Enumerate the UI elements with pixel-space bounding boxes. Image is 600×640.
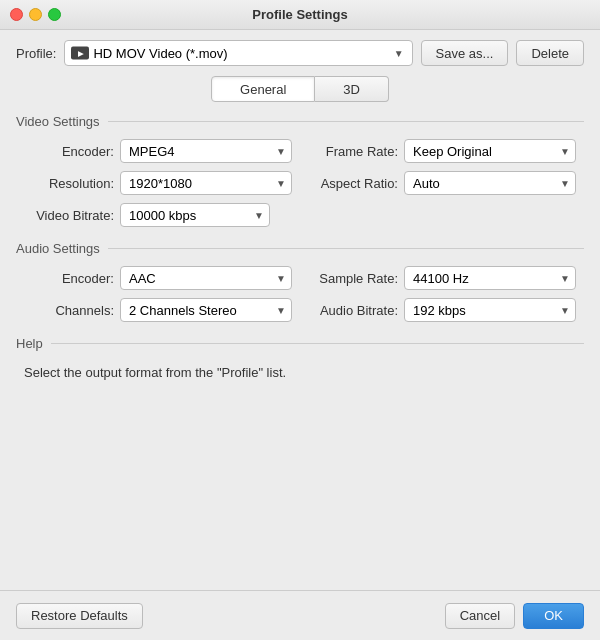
audio-settings-title: Audio Settings <box>16 241 108 256</box>
aspect-ratio-label: Aspect Ratio: <box>308 176 398 191</box>
frame-rate-select-wrapper: Keep Original ▼ <box>404 139 576 163</box>
video-bitrate-value: 10000 kbps <box>129 208 196 223</box>
video-settings-title: Video Settings <box>16 114 108 129</box>
footer-right-buttons: Cancel OK <box>445 603 584 629</box>
profile-icon: ▶ <box>71 47 89 60</box>
video-encoder-value: MPEG4 <box>129 144 175 159</box>
resolution-value: 1920*1080 <box>129 176 192 191</box>
help-section: Help Select the output format from the "… <box>16 336 584 384</box>
video-settings-section: Video Settings Encoder: MPEG4 ▼ Frame Ra… <box>16 114 584 227</box>
resolution-arrow: ▼ <box>276 178 286 189</box>
video-settings-header: Video Settings <box>16 114 584 129</box>
delete-button[interactable]: Delete <box>516 40 584 66</box>
video-encoder-dropdown[interactable]: MPEG4 ▼ <box>120 139 292 163</box>
audio-settings-header: Audio Settings <box>16 241 584 256</box>
frame-rate-value: Keep Original <box>413 144 492 159</box>
help-text: Select the output format from the "Profi… <box>16 361 584 384</box>
frame-rate-label: Frame Rate: <box>308 144 398 159</box>
video-bitrate-select-wrapper: 10000 kbps ▼ <box>120 203 270 227</box>
profile-dropdown[interactable]: ▶ HD MOV Video (*.mov) ▼ <box>64 40 412 66</box>
profile-label: Profile: <box>16 46 56 61</box>
video-bitrate-label: Video Bitrate: <box>24 208 114 223</box>
aspect-ratio-row: Aspect Ratio: Auto ▼ <box>308 171 576 195</box>
help-title: Help <box>16 336 51 351</box>
audio-bitrate-arrow: ▼ <box>560 305 570 316</box>
audio-encoder-value: AAC <box>129 271 156 286</box>
audio-fields-grid: Encoder: AAC ▼ Sample Rate: 44100 Hz ▼ <box>16 266 584 322</box>
tab-general[interactable]: General <box>211 76 315 102</box>
help-line <box>51 343 584 344</box>
sample-rate-dropdown[interactable]: 44100 Hz ▼ <box>404 266 576 290</box>
channels-label: Channels: <box>24 303 114 318</box>
audio-bitrate-dropdown[interactable]: 192 kbps ▼ <box>404 298 576 322</box>
video-encoder-arrow: ▼ <box>276 146 286 157</box>
audio-encoder-arrow: ▼ <box>276 273 286 284</box>
channels-arrow: ▼ <box>276 305 286 316</box>
audio-encoder-row: Encoder: AAC ▼ <box>24 266 292 290</box>
restore-defaults-button[interactable]: Restore Defaults <box>16 603 143 629</box>
profile-row: Profile: ▶ HD MOV Video (*.mov) ▼ Save a… <box>16 40 584 66</box>
channels-select-wrapper: 2 Channels Stereo ▼ <box>120 298 292 322</box>
close-button[interactable] <box>10 8 23 21</box>
help-header: Help <box>16 336 584 351</box>
sample-rate-arrow: ▼ <box>560 273 570 284</box>
sample-rate-row: Sample Rate: 44100 Hz ▼ <box>308 266 576 290</box>
video-encoder-select-wrapper: MPEG4 ▼ <box>120 139 292 163</box>
save-as-button[interactable]: Save as... <box>421 40 509 66</box>
audio-bitrate-row: Audio Bitrate: 192 kbps ▼ <box>308 298 576 322</box>
ok-button[interactable]: OK <box>523 603 584 629</box>
channels-dropdown[interactable]: 2 Channels Stereo ▼ <box>120 298 292 322</box>
channels-row: Channels: 2 Channels Stereo ▼ <box>24 298 292 322</box>
aspect-ratio-dropdown[interactable]: Auto ▼ <box>404 171 576 195</box>
audio-bitrate-select-wrapper: 192 kbps ▼ <box>404 298 576 322</box>
video-encoder-row: Encoder: MPEG4 ▼ <box>24 139 292 163</box>
aspect-ratio-select-wrapper: Auto ▼ <box>404 171 576 195</box>
cancel-button[interactable]: Cancel <box>445 603 515 629</box>
frame-rate-dropdown[interactable]: Keep Original ▼ <box>404 139 576 163</box>
sample-rate-select-wrapper: 44100 Hz ▼ <box>404 266 576 290</box>
channels-value: 2 Channels Stereo <box>129 303 237 318</box>
video-bitrate-field-row: Video Bitrate: 10000 kbps ▼ <box>24 203 270 227</box>
audio-settings-section: Audio Settings Encoder: AAC ▼ Sample Rat… <box>16 241 584 322</box>
audio-settings-line <box>108 248 584 249</box>
maximize-button[interactable] <box>48 8 61 21</box>
resolution-row: Resolution: 1920*1080 ▼ <box>24 171 292 195</box>
window-title: Profile Settings <box>252 7 347 22</box>
video-bitrate-row: Video Bitrate: 10000 kbps ▼ <box>16 203 584 227</box>
audio-bitrate-label: Audio Bitrate: <box>308 303 398 318</box>
audio-encoder-dropdown[interactable]: AAC ▼ <box>120 266 292 290</box>
sample-rate-value: 44100 Hz <box>413 271 469 286</box>
profile-dropdown-arrow: ▼ <box>394 48 404 59</box>
sample-rate-label: Sample Rate: <box>308 271 398 286</box>
title-bar: Profile Settings <box>0 0 600 30</box>
frame-rate-row: Frame Rate: Keep Original ▼ <box>308 139 576 163</box>
profile-selected-value: HD MOV Video (*.mov) <box>93 46 227 61</box>
frame-rate-arrow: ▼ <box>560 146 570 157</box>
audio-bitrate-value: 192 kbps <box>413 303 466 318</box>
minimize-button[interactable] <box>29 8 42 21</box>
video-encoder-label: Encoder: <box>24 144 114 159</box>
audio-encoder-label: Encoder: <box>24 271 114 286</box>
window-controls[interactable] <box>10 8 61 21</box>
video-fields-grid: Encoder: MPEG4 ▼ Frame Rate: Keep Origin… <box>16 139 584 195</box>
video-bitrate-dropdown[interactable]: 10000 kbps ▼ <box>120 203 270 227</box>
audio-encoder-select-wrapper: AAC ▼ <box>120 266 292 290</box>
tabs-row: General 3D <box>16 76 584 102</box>
main-content: Profile: ▶ HD MOV Video (*.mov) ▼ Save a… <box>0 30 600 590</box>
resolution-label: Resolution: <box>24 176 114 191</box>
aspect-ratio-value: Auto <box>413 176 440 191</box>
resolution-select-wrapper: 1920*1080 ▼ <box>120 171 292 195</box>
tab-3d[interactable]: 3D <box>315 76 389 102</box>
video-bitrate-arrow: ▼ <box>254 210 264 221</box>
footer: Restore Defaults Cancel OK <box>0 590 600 640</box>
video-settings-line <box>108 121 584 122</box>
aspect-ratio-arrow: ▼ <box>560 178 570 189</box>
resolution-dropdown[interactable]: 1920*1080 ▼ <box>120 171 292 195</box>
